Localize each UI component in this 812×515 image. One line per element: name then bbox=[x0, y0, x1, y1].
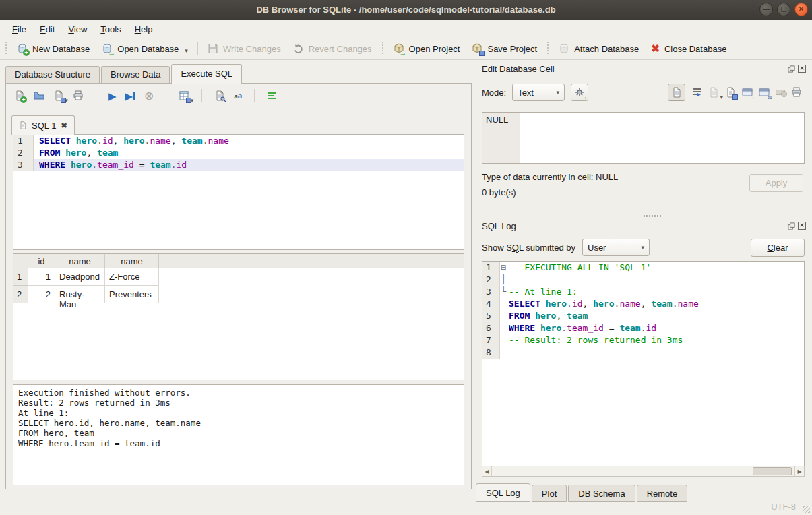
tab-sql-log[interactable]: SQL Log bbox=[476, 483, 530, 502]
sql-log-title: SQL Log bbox=[482, 221, 516, 231]
scrollbar-thumb[interactable] bbox=[753, 467, 792, 475]
table-cell[interactable]: Preventers bbox=[105, 286, 159, 303]
chevron-down-icon: ▾ bbox=[557, 89, 560, 96]
open-sql-file-icon[interactable] bbox=[34, 90, 44, 101]
open-database-button[interactable]: → Open Database ▾ bbox=[96, 40, 194, 57]
sql-1-tab-label: SQL 1 bbox=[32, 121, 56, 131]
write-changes-label: Write Changes bbox=[223, 44, 281, 54]
toolbar-grip[interactable] bbox=[546, 42, 550, 55]
sql-1-tab[interactable]: SQL 1 ✖ bbox=[11, 115, 75, 135]
save-project-button[interactable]: Save Project bbox=[466, 40, 543, 57]
revert-changes-button[interactable]: Revert Changes bbox=[287, 40, 378, 57]
tab-db-schema[interactable]: DB Schema bbox=[568, 485, 635, 502]
execute-all-icon[interactable]: ▶ bbox=[108, 91, 117, 101]
close-panel-icon[interactable]: ✕ bbox=[798, 65, 806, 73]
line-number: 1 bbox=[13, 135, 34, 147]
word-wrap-icon[interactable] bbox=[267, 90, 278, 101]
open-in-external-icon[interactable]: → bbox=[742, 87, 753, 98]
sql-document-icon bbox=[19, 121, 27, 129]
print-sql-icon[interactable] bbox=[73, 90, 84, 101]
open-project-button[interactable]: → Open Project bbox=[387, 40, 466, 57]
table-cell[interactable]: Rusty-Man bbox=[55, 286, 105, 303]
row-header[interactable]: 1 bbox=[13, 268, 28, 286]
attach-database-button[interactable]: Attach Database bbox=[553, 40, 645, 57]
float-panel-icon[interactable] bbox=[787, 65, 795, 73]
log-horizontal-scrollbar[interactable]: ◀ ▶ bbox=[482, 466, 805, 477]
clear-label: Clear bbox=[767, 243, 788, 253]
export-data-icon[interactable] bbox=[725, 87, 736, 98]
save-sql-file-icon[interactable]: ▾ bbox=[53, 90, 64, 101]
new-database-button[interactable]: + New Database bbox=[11, 40, 96, 57]
menu-help[interactable]: Help bbox=[128, 22, 160, 37]
window-controls: — ▢ ✕ bbox=[759, 3, 808, 16]
tab-database-structure[interactable]: Database Structure bbox=[5, 66, 100, 83]
open-database-dropdown-icon[interactable]: ▾ bbox=[185, 47, 188, 54]
resize-grip[interactable] bbox=[803, 506, 810, 513]
close-panel-icon[interactable]: ✕ bbox=[798, 222, 806, 230]
toolbar-grip[interactable] bbox=[381, 42, 385, 55]
find-icon[interactable] bbox=[214, 90, 225, 101]
fold-marker[interactable]: ⊟ bbox=[500, 262, 507, 274]
auto-format-icon[interactable]: aa bbox=[234, 90, 242, 101]
toolbar-separator bbox=[201, 89, 202, 102]
code-line-3: 3WHERE hero.team_id = team.id bbox=[13, 159, 464, 171]
clear-log-button[interactable]: Clear bbox=[751, 239, 805, 257]
table-cell[interactable]: Deadpond bbox=[55, 268, 105, 286]
close-button[interactable]: ✕ bbox=[794, 3, 808, 16]
close-database-icon: ✖ bbox=[651, 42, 660, 55]
new-sql-tab-icon[interactable]: + bbox=[14, 90, 25, 101]
cell-editor[interactable]: NULL bbox=[482, 112, 805, 164]
column-header-name-1[interactable]: name bbox=[55, 254, 105, 268]
table-cell[interactable]: Z-Force bbox=[105, 268, 159, 286]
line-number: 5 bbox=[482, 310, 500, 322]
word-wrap-cell-icon[interactable] bbox=[691, 87, 702, 98]
menu-file[interactable]: File bbox=[5, 22, 33, 37]
close-database-button[interactable]: ✖ Close Database bbox=[645, 40, 732, 57]
copy-link-icon[interactable]: ∞ bbox=[759, 87, 770, 98]
close-tab-icon[interactable]: ✖ bbox=[61, 121, 67, 130]
tab-execute-sql[interactable]: Execute SQL bbox=[171, 64, 242, 84]
table-cell[interactable]: 2 bbox=[28, 286, 55, 303]
maximize-button[interactable]: ▢ bbox=[777, 3, 790, 16]
line-number: 3 bbox=[482, 286, 500, 298]
table-cell[interactable]: 1 bbox=[28, 268, 55, 286]
apply-button[interactable]: Apply bbox=[749, 174, 803, 192]
stop-execution-icon[interactable]: ⊗ bbox=[144, 90, 154, 102]
menu-edit[interactable]: Edit bbox=[33, 22, 61, 37]
import-data-icon[interactable]: ▾ bbox=[708, 87, 719, 98]
encoding-status: UTF-8 bbox=[771, 502, 796, 512]
column-header-id-0[interactable]: id bbox=[28, 254, 55, 268]
open-project-label: Open Project bbox=[409, 44, 460, 54]
submitted-by-select[interactable]: User ▾ bbox=[582, 239, 650, 256]
tab-remote[interactable]: Remote bbox=[637, 485, 688, 502]
text-mode-button[interactable] bbox=[668, 84, 685, 101]
row-header[interactable]: 2 bbox=[13, 286, 28, 303]
scroll-right-icon[interactable]: ▶ bbox=[794, 466, 804, 476]
set-null-icon[interactable] bbox=[776, 90, 785, 95]
close-database-label: Close Database bbox=[664, 44, 727, 54]
attach-database-icon bbox=[559, 43, 569, 54]
mode-select[interactable]: Text ▾ bbox=[512, 84, 565, 101]
minimize-button[interactable]: — bbox=[759, 3, 773, 16]
text-document-icon bbox=[671, 87, 682, 98]
export-results-icon[interactable]: ▾ bbox=[179, 90, 189, 101]
menu-tools[interactable]: Tools bbox=[94, 22, 127, 37]
scroll-left-icon[interactable]: ◀ bbox=[482, 466, 492, 476]
import-in-cell-button[interactable]: → bbox=[571, 84, 588, 101]
code-line-7: 7 -- Result: 2 rows returned in 3ms bbox=[482, 334, 804, 346]
tab-browse-data[interactable]: Browse Data bbox=[101, 66, 170, 83]
code-line-4: 4 SELECT hero.id, hero.name, team.name bbox=[482, 298, 804, 310]
code-line-1: 1⊟-- EXECUTING ALL IN 'SQL 1' bbox=[482, 262, 804, 274]
save-project-icon bbox=[472, 43, 482, 54]
menu-view[interactable]: View bbox=[61, 22, 94, 37]
write-changes-button[interactable]: Write Changes bbox=[201, 40, 287, 57]
toolbar-grip[interactable] bbox=[4, 42, 8, 55]
execute-current-line-icon[interactable]: ▶ bbox=[125, 91, 136, 101]
column-header-name-2[interactable]: name bbox=[105, 254, 159, 268]
grid-corner[interactable] bbox=[13, 254, 28, 268]
execution-message: Execution finished without errors. Resul… bbox=[13, 384, 464, 485]
tab-plot[interactable]: Plot bbox=[532, 485, 567, 502]
sql-editor[interactable]: 1SELECT hero.id, hero.name, team.name2FR… bbox=[13, 134, 464, 250]
float-panel-icon[interactable] bbox=[787, 222, 795, 230]
print-cell-icon[interactable] bbox=[791, 87, 802, 98]
